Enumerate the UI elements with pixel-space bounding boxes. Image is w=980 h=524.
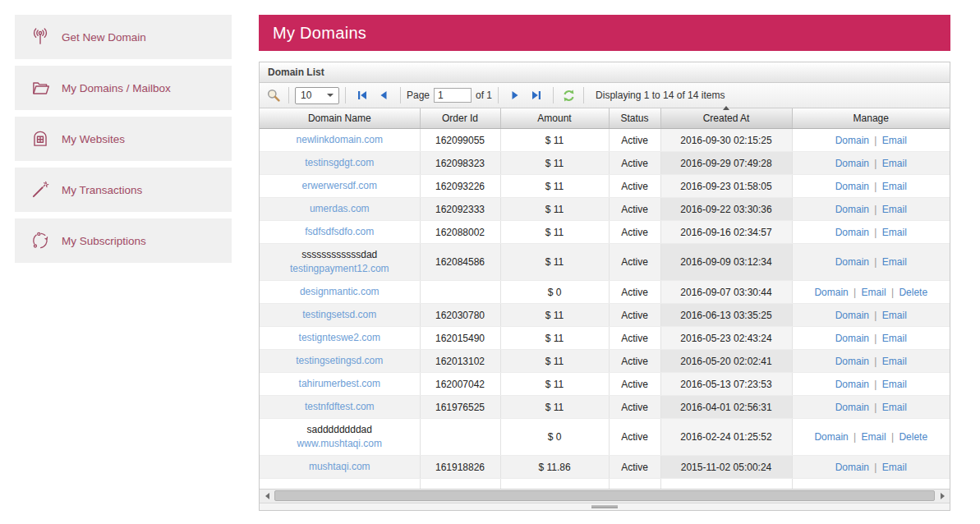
manage-domain-link[interactable]: Domain (835, 310, 869, 321)
domain-link[interactable]: mushtaqi.com (263, 460, 416, 474)
manage-email-link[interactable]: Email (882, 181, 907, 192)
manage-email-link[interactable]: Email (882, 158, 907, 169)
next-page-button[interactable] (506, 86, 524, 104)
column-header-amount[interactable]: Amount (500, 108, 609, 129)
manage-domain-link[interactable]: Domain (835, 356, 869, 367)
manage-email-link[interactable]: Email (882, 379, 907, 390)
status-cell: Active (609, 350, 660, 373)
manage-domain-link[interactable]: Domain (835, 402, 869, 413)
manage-domain-link[interactable]: Domain (835, 227, 869, 238)
sidebar-item-my-subscriptions[interactable]: My Subscriptions (15, 218, 232, 263)
created-at-cell: 2016-09-29 07:49:28 (660, 152, 792, 175)
amount-cell: $ 11 (500, 152, 609, 175)
manage-separator: | (872, 256, 880, 268)
domain-cell: testnfdftest.com (260, 396, 420, 419)
manage-domain-link[interactable]: Domain (835, 379, 869, 390)
amount-cell: $ 0 (500, 419, 609, 456)
wand-icon (30, 179, 51, 200)
manage-email-link[interactable]: Email (882, 402, 907, 413)
manage-domain-link[interactable]: Domain (814, 287, 848, 298)
created-at-cell: 2015-11-02 05:00:24 (660, 456, 792, 479)
domain-link[interactable]: tahirumerbest.com (263, 377, 416, 391)
domain-link[interactable]: www.mushtaqi.com (263, 437, 416, 451)
table-row: designmantic.com$ 0Active2016-09-07 03:3… (260, 281, 950, 304)
manage-email-link[interactable]: Email (862, 431, 886, 443)
stub-cell (660, 479, 792, 489)
manage-delete-link[interactable]: Delete (899, 431, 927, 443)
manage-separator: | (872, 204, 880, 215)
search-button[interactable] (265, 86, 283, 104)
created-at-cell: 2016-09-30 02:15:25 (660, 129, 792, 152)
manage-domain-link[interactable]: Domain (835, 462, 869, 473)
status-cell: Active (609, 129, 660, 152)
page-input[interactable] (434, 88, 472, 103)
resize-grip[interactable] (591, 505, 618, 508)
column-header-manage[interactable]: Manage (792, 108, 950, 129)
domain-link[interactable]: testingsetingsd.com (263, 354, 416, 368)
sidebar-item-my-transactions[interactable]: My Transactions (15, 168, 232, 212)
domain-cell: testignteswe2.com (260, 327, 420, 350)
horizontal-scrollbar[interactable] (260, 489, 950, 503)
manage-domain-link[interactable]: Domain (835, 158, 869, 169)
domain-link[interactable]: designmantic.com (263, 285, 416, 299)
manage-email-link[interactable]: Email (882, 135, 907, 146)
created-at-cell: 2016-09-07 03:30:44 (660, 281, 792, 304)
column-header-label: Amount (537, 113, 571, 124)
order-id-cell: 162007042 (420, 373, 500, 396)
refresh-button[interactable] (559, 86, 577, 104)
manage-email-link[interactable]: Email (882, 310, 907, 321)
domain-link[interactable]: testignteswe2.com (263, 331, 416, 345)
domain-link[interactable]: newlinkdomain.com (263, 133, 416, 147)
manage-separator: | (872, 158, 880, 169)
manage-email-link[interactable]: Email (882, 204, 907, 215)
manage-delete-link[interactable]: Delete (899, 287, 927, 298)
page-size-select[interactable]: 10 (295, 87, 339, 104)
sidebar-item-label: My Websites (62, 133, 125, 145)
manage-email-link[interactable]: Email (882, 256, 907, 268)
manage-email-link[interactable]: Email (862, 287, 886, 298)
column-header-order-id[interactable]: Order Id (420, 108, 500, 129)
domain-cell: testingsetingsd.com (260, 350, 420, 373)
domain-link[interactable]: testingpayment12.com (263, 262, 416, 276)
order-id-cell (420, 419, 500, 456)
domain-link[interactable]: testinsgdgt.com (263, 156, 416, 170)
manage-domain-link[interactable]: Domain (835, 135, 869, 146)
manage-email-link[interactable]: Email (882, 227, 907, 238)
domain-link[interactable]: umerdas.com (263, 202, 416, 216)
column-header-created-at[interactable]: Created At (660, 108, 792, 129)
hscroll-thumb[interactable] (274, 490, 935, 501)
manage-separator: | (872, 135, 880, 146)
column-header-status[interactable]: Status (609, 108, 660, 129)
manage-domain-link[interactable]: Domain (835, 204, 869, 215)
domain-link[interactable]: fsdfsdfsdfo.com (263, 225, 416, 239)
manage-email-link[interactable]: Email (882, 462, 907, 473)
domain-cell: saddddddddadwww.mushtaqi.com (260, 419, 420, 456)
manage-separator: | (872, 227, 880, 238)
next-page-icon (508, 89, 522, 102)
manage-domain-link[interactable]: Domain (835, 256, 869, 268)
hscroll-left-button[interactable] (260, 490, 274, 503)
last-page-button[interactable] (527, 86, 545, 104)
sidebar-item-get-new-domain[interactable]: Get New Domain (15, 15, 232, 59)
hscroll-right-button[interactable] (936, 490, 949, 503)
domain-link[interactable]: erwerwersdf.com (263, 179, 416, 193)
manage-email-link[interactable]: Email (882, 333, 907, 344)
column-header-domain-name[interactable]: Domain Name (260, 108, 420, 129)
amount-cell: $ 0 (500, 281, 609, 304)
manage-domain-link[interactable]: Domain (835, 333, 869, 344)
sidebar-item-my-websites[interactable]: My Websites (15, 117, 232, 161)
manage-domain-link[interactable]: Domain (835, 181, 869, 192)
manage-email-link[interactable]: Email (882, 356, 907, 367)
first-page-button[interactable] (353, 86, 371, 104)
amount-cell: $ 11 (500, 198, 609, 221)
table-row: ssssssssssssdadtestingpayment12.com16208… (260, 244, 950, 281)
domain-cell: ssssssssssssdadtestingpayment12.com (260, 244, 420, 281)
sidebar-item-my-domains-mailbox[interactable]: My Domains / Mailbox (15, 66, 232, 110)
created-at-cell: 2016-09-09 03:12:34 (660, 244, 792, 281)
order-id-cell: 162088002 (420, 221, 500, 244)
manage-domain-link[interactable]: Domain (814, 431, 848, 443)
domain-link[interactable]: testnfdftest.com (263, 400, 416, 414)
table-row: newlinkdomain.com162099055$ 11Active2016… (260, 129, 950, 152)
domain-link[interactable]: testingsetsd.com (263, 308, 416, 322)
prev-page-button[interactable] (375, 86, 393, 104)
